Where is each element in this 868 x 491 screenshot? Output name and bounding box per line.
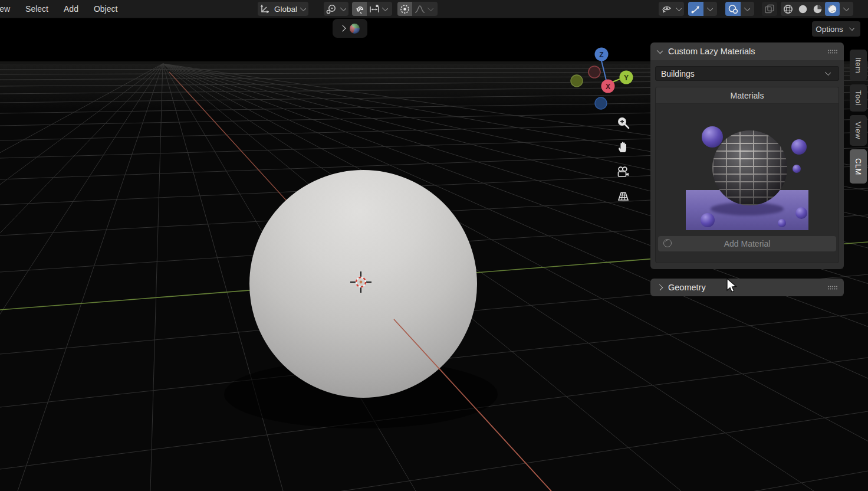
- zoom-icon[interactable]: [616, 116, 630, 130]
- menu-view[interactable]: View: [0, 0, 18, 18]
- expand-chevron-icon: [339, 25, 346, 31]
- menu-add[interactable]: Add: [56, 0, 86, 18]
- show-gizmo-icon: [690, 4, 702, 15]
- sidebar-tab-clm[interactable]: CLM: [850, 149, 867, 184]
- shading-solid-icon: [797, 4, 808, 15]
- preview-purple-sphere: [778, 219, 786, 227]
- panel-grip-icon[interactable]: [827, 285, 838, 290]
- shading-material-icon: [812, 4, 823, 15]
- show-gizmo-controls: [688, 2, 717, 16]
- grid-perspective-icon[interactable]: [616, 188, 630, 202]
- show-overlays-icon: [727, 4, 739, 15]
- preview-purple-sphere: [701, 213, 715, 227]
- object-visibility-dropdown[interactable]: [659, 2, 684, 16]
- snap-magnet-icon: [354, 4, 365, 15]
- clm-panel-header[interactable]: Custom Lazy Materials: [650, 42, 844, 60]
- proportional-editing-icon: [399, 4, 410, 15]
- collapsed-header-pill[interactable]: [333, 19, 367, 38]
- materials-header-label: Materials: [731, 91, 764, 100]
- preview-purple-sphere: [793, 165, 801, 173]
- clm-panel-title: Custom Lazy Materials: [668, 47, 755, 56]
- preview-brick-sphere: [712, 130, 787, 205]
- object-visibility-icon: [660, 4, 672, 15]
- shading-solid-button[interactable]: [795, 2, 810, 16]
- pivot-point-icon: [326, 4, 337, 15]
- material-sphere-icon: [663, 239, 672, 247]
- pivot-point-dropdown[interactable]: [324, 2, 348, 16]
- 3d-cursor: [350, 271, 371, 293]
- gizmo-axis-neg-x: [588, 66, 600, 78]
- viewport-header: View Select Add Object Global: [0, 0, 868, 18]
- shading-wireframe-button[interactable]: [781, 2, 795, 16]
- svg-text:X: X: [606, 83, 610, 91]
- material-preview-image: [686, 109, 808, 230]
- sidebar-tab-view[interactable]: View: [850, 115, 867, 146]
- panel-expanded-chevron-icon: [657, 47, 663, 53]
- proportional-editing-controls: [397, 2, 438, 16]
- proportional-editing-toggle[interactable]: [397, 2, 412, 16]
- svg-text:Y: Y: [624, 74, 629, 82]
- transform-orientation-icon: [259, 4, 270, 14]
- camera-view-icon[interactable]: [616, 165, 630, 179]
- snap-toggle[interactable]: [352, 2, 367, 16]
- menu-object[interactable]: Object: [86, 0, 125, 18]
- add-material-button[interactable]: Add Material: [658, 236, 836, 251]
- gizmo-axis-neg-y: [571, 75, 583, 87]
- snap-target-icon: [369, 4, 380, 15]
- orientation-value: Global: [274, 5, 297, 14]
- navigation-gizmo[interactable]: Z Y X: [566, 46, 636, 112]
- chevron-down-icon: [428, 5, 433, 11]
- mesh-sphere-icon: [350, 24, 360, 34]
- panel-collapsed-chevron-icon: [657, 284, 663, 290]
- materials-box-header: Materials: [656, 87, 839, 104]
- xray-toggle[interactable]: [762, 2, 777, 16]
- svg-text:Z: Z: [599, 51, 603, 59]
- menu-select[interactable]: Select: [18, 0, 56, 18]
- chevron-down-icon: [843, 5, 849, 11]
- gizmo-axis-neg-z: [595, 97, 607, 109]
- panel-grip-icon[interactable]: [827, 49, 838, 54]
- proportional-falloff-dropdown[interactable]: [412, 2, 438, 16]
- snap-target-dropdown[interactable]: [367, 2, 392, 16]
- clm-panel: Custom Lazy Materials Buildings Material…: [650, 42, 844, 269]
- clm-panel-body: Buildings Materials Add Material: [650, 60, 844, 269]
- mouse-cursor: [726, 278, 738, 294]
- category-value: Buildings: [661, 69, 695, 78]
- shading-rendered-icon: [827, 4, 838, 15]
- geometry-panel-title: Geometry: [668, 283, 706, 292]
- add-material-label: Add Material: [724, 239, 771, 248]
- preview-purple-sphere: [795, 207, 807, 219]
- xray-toggle-icon: [764, 4, 775, 15]
- geometry-panel-header[interactable]: Geometry: [650, 279, 844, 296]
- chevron-down-icon: [825, 70, 831, 76]
- preview-purple-sphere: [791, 139, 807, 155]
- snapping-controls: [352, 2, 392, 16]
- shading-wireframe-icon: [782, 4, 794, 15]
- chevron-down-icon: [849, 25, 854, 31]
- show-overlays-toggle[interactable]: [725, 2, 741, 16]
- shading-dropdown[interactable]: [840, 2, 853, 16]
- materials-box: Materials Add Material: [655, 87, 839, 263]
- pan-hand-icon[interactable]: [616, 140, 630, 154]
- shading-material-button[interactable]: [810, 2, 825, 16]
- transform-orientation-dropdown[interactable]: Global: [258, 2, 308, 16]
- overlays-dropdown[interactable]: [741, 2, 754, 16]
- show-gizmo-toggle[interactable]: [688, 2, 703, 16]
- viewport-shading-controls: [781, 2, 853, 16]
- chevron-down-icon: [676, 5, 682, 11]
- proportional-falloff-icon: [414, 4, 426, 15]
- chevron-down-icon: [340, 5, 346, 11]
- options-label: Options: [816, 25, 843, 34]
- shading-rendered-button[interactable]: [825, 2, 840, 16]
- chevron-down-icon: [382, 5, 388, 11]
- category-dropdown[interactable]: Buildings: [655, 66, 839, 81]
- show-overlays-controls: [725, 2, 754, 16]
- chevron-down-icon: [300, 5, 306, 11]
- options-button[interactable]: Options: [812, 21, 860, 37]
- gizmo-dropdown[interactable]: [703, 2, 717, 16]
- chevron-down-icon: [707, 5, 713, 11]
- sidebar-tab-item[interactable]: Item: [850, 50, 867, 81]
- chevron-down-icon: [744, 5, 750, 11]
- sidebar-tab-tool[interactable]: Tool: [850, 84, 867, 112]
- menubar: View Select Add Object: [0, 0, 125, 18]
